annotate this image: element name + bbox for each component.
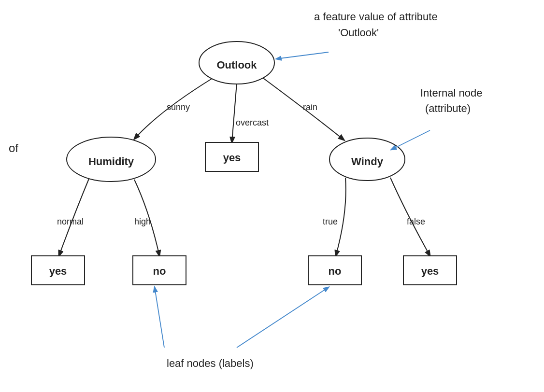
tree-svg: sunny overcast rain normal high true fal… [0, 0, 544, 392]
node-no-high-label: no [153, 265, 166, 277]
node-humidity-label: Humidity [88, 155, 134, 168]
node-outlook-label: Outlook [216, 59, 257, 71]
node-yes-normal-label: yes [49, 265, 67, 277]
annotation-feature-line1: a feature value of attribute [314, 11, 438, 23]
label-sunny: sunny [167, 102, 190, 112]
node-yes-false-label: yes [421, 265, 439, 277]
edge-outlook-yes [232, 83, 237, 142]
arrow-to-internal-node [391, 130, 430, 150]
arrow-to-outlook [276, 52, 329, 59]
label-high: high [134, 217, 151, 226]
annotation-internal-line1: Internal node [420, 87, 482, 99]
annotation-leaf-label: leaf nodes (labels) [167, 357, 254, 369]
node-yes-overcast-label: yes [223, 152, 241, 164]
annotation-internal-line2: (attribute) [425, 102, 471, 114]
arrow-to-leaf-no [155, 287, 164, 348]
arrow-to-leaf-no-true [237, 287, 329, 348]
tree-container: sunny overcast rain normal high true fal… [0, 0, 544, 392]
label-normal: normal [57, 217, 84, 226]
label-overcast: overcast [236, 118, 269, 127]
label-rain: rain [303, 102, 317, 112]
label-true: true [323, 217, 338, 226]
node-no-true-label: no [329, 265, 342, 277]
annotation-feature-line2: 'Outlook' [338, 27, 379, 39]
node-windy-label: Windy [351, 155, 384, 168]
of-label: of [9, 141, 18, 154]
label-false: false [407, 217, 425, 226]
